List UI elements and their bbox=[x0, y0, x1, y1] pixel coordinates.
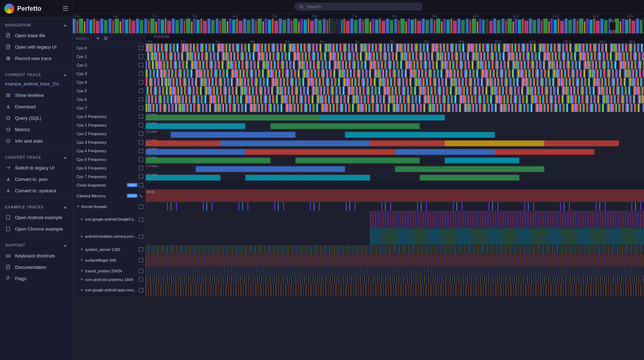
track-data-cpu3[interactable] bbox=[146, 69, 644, 78]
track-checkbox-cpu2-freq[interactable] bbox=[139, 132, 143, 136]
track-checkbox-cpu5[interactable] bbox=[139, 89, 143, 93]
expand-hw-camera-chevron[interactable]: ▼ bbox=[80, 235, 84, 238]
track-checkbox-cpu3[interactable] bbox=[139, 71, 143, 76]
ruler-marks: 0 s 1 s 2 s 3 s 4 s 5 s 6 s 7 s 8 s 9 s … bbox=[146, 34, 644, 43]
expand-systemui-chevron[interactable]: ▼ bbox=[80, 277, 84, 281]
track-data-system-server[interactable] bbox=[146, 245, 644, 253]
track-data-cpu1[interactable] bbox=[146, 52, 644, 60]
sidebar-item-flags[interactable]: Flags bbox=[0, 273, 73, 284]
track-data-cpu2[interactable] bbox=[146, 61, 644, 69]
svg-rect-4 bbox=[6, 94, 10, 94]
sidebar-item-open-legacy[interactable]: Open with legacy UI bbox=[0, 41, 73, 53]
track-checkbox-sysserver[interactable] bbox=[139, 247, 143, 252]
sidebar-item-query-sql[interactable]: Query (SQL) bbox=[0, 112, 73, 124]
sidebar-item-documentation[interactable]: Documentation bbox=[0, 261, 73, 273]
track-checkbox-cpu2[interactable] bbox=[139, 63, 143, 67]
svg-rect-6 bbox=[6, 96, 10, 97]
track-checkbox-cpu7-freq[interactable] bbox=[139, 174, 143, 179]
track-data-kernel-threads[interactable] bbox=[146, 202, 644, 211]
hamburger-button[interactable]: ☰ bbox=[63, 5, 68, 13]
sidebar-item-open-android[interactable]: Open Android example bbox=[0, 212, 73, 223]
expand-kernel-chevron[interactable]: ▼ bbox=[76, 204, 80, 208]
expand-sf-chevron[interactable]: ▼ bbox=[80, 258, 84, 262]
track-data-cpu0-freq[interactable]: 2.5 GHz bbox=[146, 112, 644, 120]
track-checkbox-cpu4-freq[interactable] bbox=[139, 149, 143, 153]
sidebar-item-switch-legacy[interactable]: Switch to legacy UI bbox=[0, 162, 73, 173]
track-checkbox-traced[interactable] bbox=[139, 269, 143, 273]
track-label-cpu4-freq: Cpu 4 Frequency bbox=[73, 147, 146, 155]
track-data-cpu0[interactable] bbox=[146, 44, 644, 52]
svg-rect-16 bbox=[8, 140, 9, 142]
track-data-nexuslauncher[interactable] bbox=[146, 284, 644, 296]
track-panel[interactable]: 261187 s + 0 s 1 s 2 s 3 s bbox=[73, 34, 644, 360]
track-data-surfaceflinger[interactable] bbox=[146, 254, 644, 266]
track-checkbox-systemui[interactable] bbox=[139, 277, 143, 282]
ruler-right: 0 s 1 s 2 s 3 s 4 s 5 s 6 s 7 s 8 s 9 s … bbox=[146, 34, 644, 43]
sidebar-item-metrics[interactable]: Metrics bbox=[0, 124, 73, 135]
sparkline-button[interactable]: ∿ bbox=[139, 193, 143, 199]
sidebar-item-open-chrome[interactable]: Open Chrome example bbox=[0, 223, 73, 235]
track-row-cpu4: Cpu 4 bbox=[73, 78, 644, 87]
track-checkbox-cpu4[interactable] bbox=[139, 80, 143, 84]
track-checkbox-clock[interactable] bbox=[139, 183, 143, 187]
expand-nexus-chevron[interactable]: ▼ bbox=[80, 288, 84, 292]
track-data-cpu1-freq[interactable]: 2.5 GHz bbox=[146, 121, 644, 129]
track-checkbox-cpu0-freq[interactable] bbox=[139, 114, 143, 119]
expand-traced-chevron[interactable]: ▼ bbox=[80, 269, 84, 273]
track-data-cpu5-freq[interactable]: 2.5 GHz bbox=[146, 155, 644, 163]
support-section-header: Support ▲ bbox=[0, 238, 73, 250]
zoom-label: H 22.6 ms bbox=[153, 34, 170, 39]
track-data-cpu6[interactable] bbox=[146, 95, 644, 103]
navigation-section-header: Navigation ▲ bbox=[0, 18, 73, 30]
track-checkbox-cpu1[interactable] bbox=[139, 54, 143, 59]
track-checkbox-kernel[interactable] bbox=[139, 204, 143, 209]
track-data-cpu5[interactable] bbox=[146, 87, 644, 95]
search-input[interactable] bbox=[307, 4, 418, 9]
track-data-cpu3-freq[interactable]: 2.5 GHz bbox=[146, 138, 644, 146]
svg-point-13 bbox=[9, 128, 9, 129]
expand-sysserver-chevron[interactable]: ▼ bbox=[80, 247, 84, 251]
track-data-hw-camera[interactable] bbox=[146, 228, 644, 245]
sidebar-item-record-trace[interactable]: Record new trace bbox=[0, 53, 73, 64]
zoom-icon[interactable] bbox=[95, 36, 100, 41]
sidebar-item-convert-systrace[interactable]: Convert to .systrace bbox=[0, 185, 73, 196]
track-data-cpu2-freq[interactable]: 2.5 GHz bbox=[146, 129, 644, 138]
track-data-camera-memory[interactable]: 0.5 G bbox=[146, 189, 644, 202]
track-checkbox-cpu6-freq[interactable] bbox=[139, 166, 143, 170]
expand-camera-chevron[interactable]: ▼ bbox=[80, 217, 84, 221]
track-data-cpu7-freq[interactable]: 2.5 GHz bbox=[146, 172, 644, 181]
sidebar-item-keyboard-shortcuts[interactable]: Keyboard shortcuts bbox=[0, 250, 73, 261]
search-box[interactable] bbox=[294, 3, 423, 11]
sidebar-item-download[interactable]: Download bbox=[0, 101, 73, 112]
track-checkbox-cpu6[interactable] bbox=[139, 97, 143, 102]
track-checkbox-cpu1-freq[interactable] bbox=[139, 123, 143, 127]
sidebar-item-show-timeline[interactable]: Show timeline bbox=[0, 89, 73, 101]
track-data-clock-snapshots[interactable] bbox=[146, 181, 644, 189]
overview-visualization[interactable] bbox=[73, 19, 644, 34]
track-data-systemui[interactable] bbox=[146, 275, 644, 283]
track-row-camera-memory: Camera Memory metric ∿ 0.5 G bbox=[73, 189, 644, 202]
metrics-icon bbox=[5, 126, 11, 133]
info-icon bbox=[5, 138, 11, 144]
switch-icon bbox=[5, 164, 11, 171]
track-checkbox-cpu3-freq[interactable] bbox=[139, 140, 143, 144]
track-data-cpu4-freq[interactable]: 2.5 GHz bbox=[146, 147, 644, 155]
sidebar-item-open-trace[interactable]: Open trace file bbox=[0, 30, 73, 41]
track-checkbox-sf[interactable] bbox=[139, 258, 143, 262]
svg-rect-38 bbox=[330, 19, 341, 34]
svg-rect-24 bbox=[7, 256, 9, 257]
track-data-traced-probes[interactable] bbox=[146, 267, 644, 275]
track-data-cpu7[interactable] bbox=[146, 104, 644, 112]
sidebar-item-info-stats[interactable]: Info and stats bbox=[0, 135, 73, 147]
track-data-google-camera[interactable] bbox=[146, 211, 644, 228]
track-data-cpu6-freq[interactable]: 2.5 GHz bbox=[146, 164, 644, 172]
track-checkbox-cpu5-freq[interactable] bbox=[139, 157, 143, 162]
track-checkbox-hw-camera[interactable] bbox=[139, 235, 143, 239]
track-checkbox-camera[interactable] bbox=[139, 217, 143, 222]
track-checkbox-nexus[interactable] bbox=[139, 288, 143, 292]
track-data-cpu4[interactable] bbox=[146, 78, 644, 86]
track-checkbox-cpu0[interactable] bbox=[139, 46, 143, 50]
track-checkbox-cpu7[interactable] bbox=[139, 106, 143, 110]
flags-icon bbox=[5, 275, 11, 282]
sidebar-item-convert-json[interactable]: Convert to .json bbox=[0, 173, 73, 185]
